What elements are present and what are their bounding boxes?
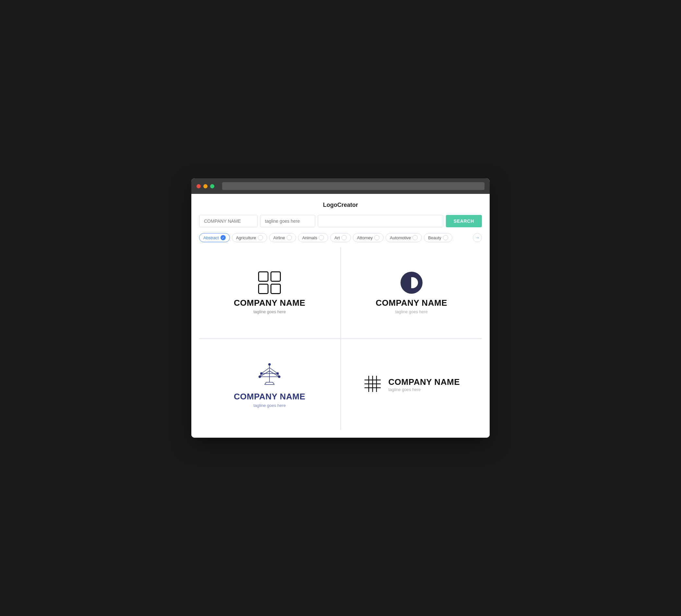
- logo-card-3[interactable]: COMPANY NAME tagline goes here: [199, 339, 340, 430]
- logo-card-2[interactable]: COMPANY NAME tagline goes here: [341, 247, 482, 338]
- logo4-tagline: tagline goes here: [388, 387, 460, 392]
- filter-label-agriculture: Agriculture: [236, 235, 256, 240]
- logo3-company: COMPANY NAME: [234, 392, 305, 402]
- svg-line-19: [273, 382, 274, 385]
- filter-chip-automotive[interactable]: Automotive: [385, 233, 422, 242]
- filter-chip-art[interactable]: Art: [330, 233, 351, 242]
- filter-label-automotive: Automotive: [390, 235, 411, 240]
- svg-rect-1: [409, 277, 411, 288]
- filter-label-abstract: Abstract: [203, 235, 219, 240]
- maximize-dot[interactable]: [210, 184, 215, 188]
- logo2-company: COMPANY NAME: [376, 298, 447, 308]
- logo2-icon: [400, 272, 423, 294]
- browser-titlebar: [191, 178, 490, 194]
- filter-chip-attorney[interactable]: Attorney: [353, 233, 384, 242]
- app-title: LogoCreator: [199, 202, 482, 208]
- check-icon-airline: [287, 235, 292, 240]
- address-bar[interactable]: [222, 182, 484, 190]
- company-name-input[interactable]: [199, 215, 257, 227]
- logo4-text-block: COMPANY NAME tagline goes here: [388, 377, 460, 392]
- filter-label-airline: Airline: [273, 235, 285, 240]
- close-dot[interactable]: [197, 184, 201, 188]
- check-icon-abstract: ✓: [221, 235, 226, 240]
- filter-label-attorney: Attorney: [357, 235, 373, 240]
- check-icon-automotive: [412, 235, 418, 240]
- search-bar: SEARCH: [199, 215, 482, 227]
- logo1-company: COMPANY NAME: [234, 298, 305, 308]
- svg-line-4: [261, 368, 270, 374]
- logo-card-1[interactable]: COMPANY NAME tagline goes here: [199, 247, 340, 338]
- check-icon-art: [342, 235, 347, 240]
- logo-grid: COMPANY NAME tagline goes here COMPANY N…: [199, 247, 482, 430]
- filter-bar: Abstract ✓ Agriculture Airline Animals A…: [199, 233, 482, 242]
- filter-label-art: Art: [334, 235, 340, 240]
- logo1-icon: [258, 272, 281, 294]
- logo4-wrapper: COMPANY NAME tagline goes here: [363, 374, 460, 395]
- minimize-dot[interactable]: [203, 184, 207, 188]
- logo-card-4[interactable]: COMPANY NAME tagline goes here: [341, 339, 482, 430]
- filter-chip-beauty[interactable]: Beauty: [424, 233, 452, 242]
- tagline-input[interactable]: [260, 215, 315, 227]
- logo3-tagline: tagline goes here: [253, 403, 286, 408]
- filter-chip-abstract[interactable]: Abstract ✓: [199, 233, 230, 242]
- filter-next-arrow[interactable]: →: [473, 233, 482, 242]
- search-button[interactable]: SEARCH: [446, 215, 482, 227]
- svg-line-5: [270, 368, 278, 374]
- svg-point-3: [269, 363, 271, 365]
- browser-window: LogoCreator SEARCH Abstract ✓ Agricultur…: [191, 178, 490, 438]
- check-icon-agriculture: [258, 235, 263, 240]
- check-icon-beauty: [443, 235, 448, 240]
- logo4-icon: [363, 374, 382, 395]
- app-content: LogoCreator SEARCH Abstract ✓ Agricultur…: [191, 194, 490, 438]
- filter-chip-agriculture[interactable]: Agriculture: [232, 233, 267, 242]
- check-icon-animals: [319, 235, 324, 240]
- logo1-tagline: tagline goes here: [253, 309, 286, 314]
- svg-line-18: [264, 382, 266, 385]
- filter-chip-animals[interactable]: Animals: [298, 233, 328, 242]
- keyword-input[interactable]: [318, 215, 443, 227]
- filter-label-animals: Animals: [302, 235, 317, 240]
- filter-label-beauty: Beauty: [428, 235, 441, 240]
- logo2-tagline: tagline goes here: [395, 309, 428, 314]
- logo3-icon: [255, 361, 284, 388]
- logo4-company: COMPANY NAME: [388, 377, 460, 387]
- filter-chip-airline[interactable]: Airline: [269, 233, 296, 242]
- check-icon-attorney: [374, 235, 379, 240]
